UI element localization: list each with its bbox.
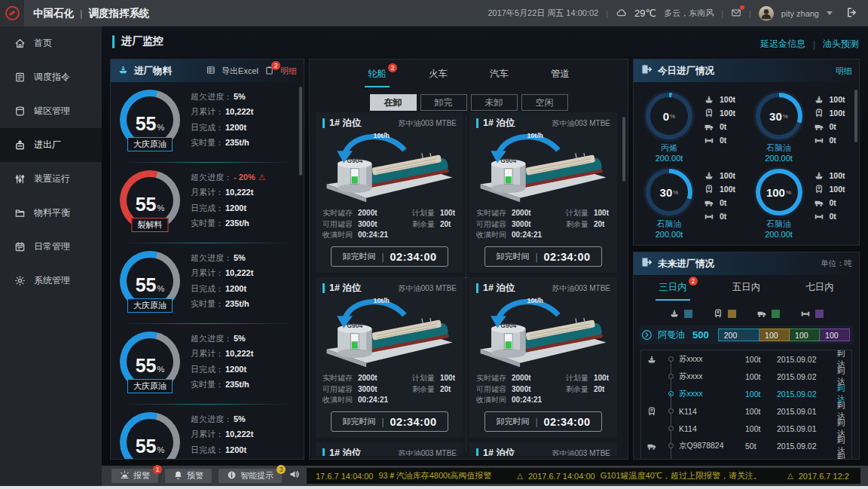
unload-finish-time-button[interactable]: 卸完时间|02:34:00 <box>331 246 448 267</box>
ship-illustration: G90410t/h <box>322 130 457 206</box>
arrival-amount: 100t <box>745 372 777 381</box>
oil-head-forecast-link[interactable]: 油头预测 <box>823 38 859 50</box>
arrival-row[interactable]: 京Q987882450t2015.09.02到达 <box>641 454 851 460</box>
filter-未卸[interactable]: 未卸 <box>471 94 518 111</box>
tab-七日内[interactable]: 七日内 <box>802 281 837 301</box>
unload-finish-time-button[interactable]: 卸完时间|02:34:00 <box>484 246 602 267</box>
sinopec-logo-icon <box>5 6 20 20</box>
today-scrollbar[interactable] <box>854 90 857 142</box>
legend-color-swatch <box>772 310 780 318</box>
svg-text:G904: G904 <box>500 322 516 329</box>
speaker-toggle[interactable] <box>289 469 300 483</box>
sidebar-item-label: 进出厂 <box>34 139 61 151</box>
sidebar-item-home[interactable]: 首页 <box>0 26 102 60</box>
timeline-dot <box>668 391 674 396</box>
stat-label: 实时罐存 <box>476 209 506 217</box>
train-icon <box>814 184 824 194</box>
status-filters: 在卸卸完未卸空闲 <box>310 94 628 111</box>
header-separator: | <box>721 9 723 18</box>
sidebar-item-sliders[interactable]: 装置运行 <box>0 162 102 196</box>
sidebar-item-gear[interactable]: 系统管理 <box>0 264 102 298</box>
smart-tip-badge: 3 <box>277 465 286 474</box>
page-title-text: 进厂监控 <box>121 35 164 48</box>
material-stat-row: 月累计：10,222t <box>191 348 253 359</box>
center-scrollbar[interactable] <box>622 117 625 182</box>
export-excel-button[interactable]: 导出Excel <box>222 66 258 77</box>
today-detail-link[interactable]: 明细 <box>836 66 852 77</box>
stat-label: 月累计： <box>191 349 224 358</box>
filter-卸完[interactable]: 卸完 <box>420 94 467 111</box>
finish-time-separator: | <box>535 252 537 262</box>
gauge-material-name: 石脑油 <box>657 219 682 230</box>
tab-轮船[interactable]: 轮船2 <box>365 68 390 87</box>
materials-scrollbar[interactable] <box>299 87 302 176</box>
sidebar-item-inout[interactable]: 进出厂 <box>0 128 102 162</box>
filter-空闲[interactable]: 空闲 <box>521 94 568 111</box>
gauge-material-name: 石脑油 <box>766 142 791 154</box>
unload-finish-time-button[interactable]: 卸完时间|02:34:00 <box>331 411 448 432</box>
material-card: 55%大庆原油超欠进度：5%月累计：10,222t日完成：1200t实时量：23… <box>111 82 304 162</box>
unload-finish-time-button[interactable]: 卸完时间|02:34:00 <box>484 411 602 432</box>
smart-tip-button[interactable]: 智能提示 3 <box>219 469 282 483</box>
material-stat-row: 超欠进度：- 20%⚠ <box>191 172 266 183</box>
tab-火车[interactable]: 火车 <box>426 68 451 87</box>
transport-tabs: 轮船2火车汽车管道 <box>310 60 628 87</box>
berth-accent-bar <box>322 448 325 456</box>
delay-fee-link[interactable]: 延迟金信息 <box>760 38 805 50</box>
future-summary-row[interactable]: 阿曼油500200100100100 <box>640 325 853 344</box>
berth-card-header: 1# 泊位苏中油003 MTBE <box>476 282 610 295</box>
user-name[interactable]: pity zhang <box>781 9 819 18</box>
truck-icon <box>814 121 824 132</box>
arrival-row[interactable]: 京Q987882450t2015.09.02到达 <box>641 437 851 454</box>
tab-管道[interactable]: 管道 <box>548 68 573 87</box>
arrival-amount: 100t <box>745 407 777 416</box>
finish-time-label: 卸完时间 <box>342 416 375 427</box>
gauge-percent: 55 <box>136 437 157 456</box>
unread-dot <box>740 5 744 10</box>
stat-label: 超欠进度： <box>191 334 232 343</box>
tab-三日内[interactable]: 三日内2 <box>656 281 690 301</box>
stat-label: 月累计： <box>191 107 224 116</box>
gauge-material-name: 丙烯 <box>661 142 677 154</box>
arrival-row[interactable]: 苏xxxx100t2015.09.02到达 <box>641 350 851 368</box>
arrival-row[interactable]: 苏xxxx100t2015.09.02到达 <box>641 368 851 385</box>
gauge-percent-unit: % <box>157 365 165 374</box>
tab-五日内[interactable]: 五日内 <box>729 281 764 301</box>
train-icon <box>704 108 714 118</box>
stat-label: 剩余量 <box>566 385 588 393</box>
cloud-icon <box>616 7 627 18</box>
finish-time-separator: | <box>381 417 384 427</box>
transport-stat-row: 100t <box>704 94 735 105</box>
berth-title: 1# 泊位 <box>483 117 515 130</box>
materials-notice-button[interactable]: 2 <box>264 66 274 77</box>
stat-label: 日完成： <box>191 203 224 212</box>
gauge-center: 55% <box>127 338 173 385</box>
arrival-row[interactable]: K114100t2015.09.01到达 <box>641 402 851 420</box>
logout-button[interactable] <box>846 7 857 20</box>
sidebar-item-folder[interactable]: 物料平衡 <box>0 196 102 230</box>
material-gauge: 55%裂解料 <box>120 170 180 231</box>
arrival-row[interactable]: K114100t2015.09.01到达 <box>641 420 851 437</box>
materials-detail-link[interactable]: 明细 <box>280 66 297 77</box>
filter-在卸[interactable]: 在卸 <box>370 94 417 111</box>
stat-label: 日完成： <box>191 445 224 454</box>
sidebar-item-calendar[interactable]: 日常管理 <box>0 230 102 264</box>
folder-icon <box>14 207 26 219</box>
sidebar-item-tank[interactable]: 罐区管理 <box>0 94 102 128</box>
gauge-material-name: 石脑油 <box>766 219 791 230</box>
chevron-down-icon[interactable] <box>827 11 833 15</box>
tab-汽车[interactable]: 汽车 <box>487 68 512 87</box>
alarm-button[interactable]: 报警 1 <box>112 469 158 483</box>
sidebar: 首页调度指令罐区管理进出厂装置运行物料平衡日常管理系统管理 <box>0 26 102 486</box>
arrival-row[interactable]: 苏xxxx100t2015.09.02到达 <box>641 385 851 402</box>
warning-button[interactable]: 预警 <box>165 469 212 483</box>
messages-button[interactable] <box>731 8 741 20</box>
berth-card-header: 1# 泊位苏中油003 MTBE <box>322 447 457 456</box>
berth-card: 1# 泊位苏中油003 MTBEG90410t/h实时罐存2000t可用罐容30… <box>469 112 617 273</box>
material-stat-row: 超欠进度：5% <box>191 252 253 264</box>
ticker-item: 17.6.7 14:04:0093＃汽油库存4800t高阀值报警 <box>316 470 491 481</box>
pipe-icon <box>814 135 824 145</box>
berth-card-header: 1# 泊位苏中油003 MTBE <box>322 282 457 295</box>
sidebar-item-doc[interactable]: 调度指令 <box>0 60 102 94</box>
avatar[interactable] <box>759 6 774 21</box>
